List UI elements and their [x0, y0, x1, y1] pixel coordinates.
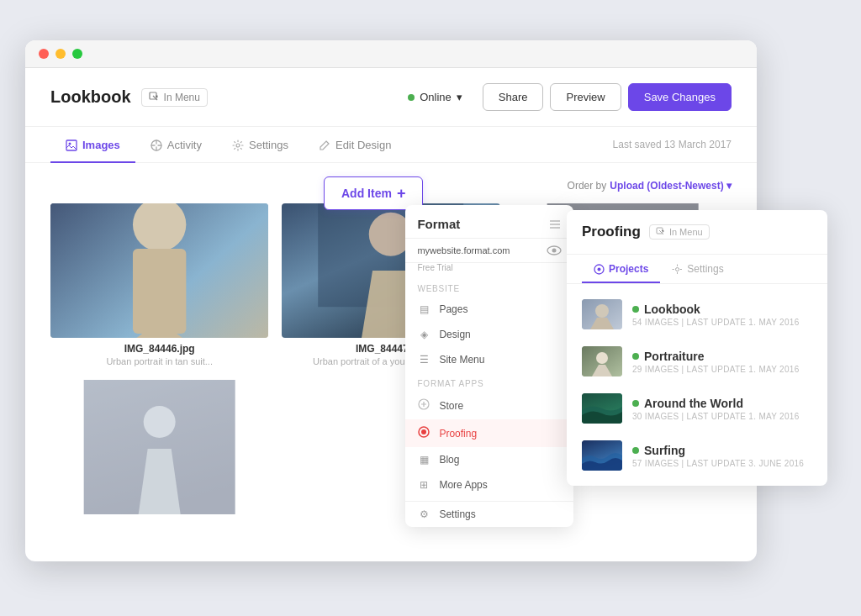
last-saved: Last saved 13 March 2017: [613, 139, 732, 150]
format-header: Format: [405, 205, 573, 239]
app-header: Lookbook In Menu Online ▾ Share Preview …: [25, 68, 757, 127]
tab-settings[interactable]: Settings: [217, 127, 304, 163]
project-meta-surfing: 57 IMAGES | LAST UPDATE 3. JUNE 2016: [632, 459, 812, 468]
project-dot-around-world: [632, 400, 639, 407]
format-trial: Free Trial: [405, 263, 573, 277]
apps-section-label: FORMAT APPS: [405, 372, 573, 392]
settings-icon: [232, 140, 244, 151]
svg-point-25: [598, 267, 601, 271]
format-pages[interactable]: ▤ Pages: [405, 297, 573, 322]
project-thumb-lookbook: [582, 299, 622, 329]
project-item-portraiture[interactable]: Portraiture 29 IMAGES | LAST UPDATE 1. M…: [567, 338, 827, 385]
image-thumb-1: [50, 203, 268, 338]
proofing-settings-icon: [672, 264, 683, 275]
format-design[interactable]: ◈ Design: [405, 322, 573, 347]
proofing-menu-icon: [656, 227, 666, 237]
design-icon: ◈: [417, 329, 430, 340]
svg-point-28: [595, 304, 609, 318]
svg-point-22: [421, 429, 426, 434]
status-online[interactable]: Online ▾: [408, 91, 462, 103]
svg-point-14: [144, 406, 176, 438]
tab-images[interactable]: Images: [50, 127, 135, 163]
tab-edit-design[interactable]: Edit Design: [304, 127, 406, 163]
person-silhouette-4: [50, 380, 268, 514]
dot-red[interactable]: [39, 49, 49, 59]
app-title: Lookbook: [50, 87, 131, 107]
images-icon: [66, 140, 77, 151]
format-site-menu[interactable]: ☰ Site Menu: [405, 347, 573, 372]
project-dot-lookbook: [632, 306, 639, 313]
window-titlebar: [25, 40, 757, 68]
format-store[interactable]: Store: [405, 392, 573, 419]
image-item-1[interactable]: IMG_84446.jpg Urban portrait in tan suit…: [50, 203, 268, 366]
project-item-surfing[interactable]: Surfing 57 IMAGES | LAST UPDATE 3. JUNE …: [567, 432, 827, 479]
svg-point-4: [236, 144, 240, 147]
project-name-portraiture: Portraiture: [632, 350, 812, 363]
order-by-select[interactable]: Upload (Oldest-Newest) ▾: [610, 180, 732, 192]
person-silhouette-1: [50, 203, 268, 338]
store-icon: [417, 398, 430, 413]
in-menu-badge[interactable]: In Menu: [141, 88, 208, 107]
image-subcap-1: Urban portrait in tan suit...: [50, 356, 268, 366]
project-item-around-world[interactable]: Around the World 30 IMAGES | LAST UPDATE…: [567, 385, 827, 432]
proofing-tab-settings[interactable]: Settings: [660, 255, 735, 283]
nav-tabs: Images Activity Settings Edit Design Las…: [25, 127, 757, 163]
online-dot: [408, 94, 415, 101]
share-icon: [149, 92, 160, 103]
project-thumb-aroundworld: [582, 393, 622, 424]
proofing-tab-projects[interactable]: Projects: [582, 255, 660, 283]
project-meta-portraiture: 29 IMAGES | LAST UPDATE 1. MAY 2016: [632, 365, 812, 374]
svg-point-19: [552, 249, 557, 253]
svg-point-26: [676, 267, 679, 271]
format-settings-icon: ⚙: [417, 508, 430, 520]
proofing-icon: [417, 426, 430, 440]
dot-yellow[interactable]: [55, 49, 66, 59]
format-title: Format: [417, 217, 460, 231]
project-name-lookbook: Lookbook: [632, 303, 812, 316]
dot-green[interactable]: [72, 49, 82, 59]
tab-activity[interactable]: Activity: [135, 127, 217, 163]
svg-point-2: [69, 142, 71, 145]
svg-point-30: [596, 352, 608, 364]
proofing-header: Proofing In Menu: [567, 210, 827, 255]
project-dot-portraiture: [632, 353, 639, 360]
project-info-surfing: Surfing 57 IMAGES | LAST UPDATE 3. JUNE …: [632, 444, 812, 468]
site-menu-icon: ☰: [417, 354, 430, 366]
save-changes-button[interactable]: Save Changes: [628, 83, 732, 111]
preview-button[interactable]: Preview: [550, 83, 621, 111]
eye-icon[interactable]: [547, 245, 562, 255]
proofing-in-menu[interactable]: In Menu: [649, 224, 710, 240]
image-item-4[interactable]: [50, 380, 268, 514]
pages-icon: ▤: [417, 303, 430, 315]
image-thumb-4: [50, 380, 268, 514]
format-proofing[interactable]: Proofing: [405, 419, 573, 447]
format-more-apps[interactable]: ⊞ More Apps: [405, 472, 573, 498]
project-list: Lookbook 54 IMAGES | LAST UPDATE 1. MAY …: [567, 284, 827, 486]
project-item-lookbook[interactable]: Lookbook 54 IMAGES | LAST UPDATE 1. MAY …: [567, 291, 827, 338]
website-section-label: WEBSITE: [405, 277, 573, 297]
image-caption-1: IMG_84446.jpg: [50, 343, 268, 355]
project-thumb-surfing: [582, 440, 622, 471]
project-thumb-portraiture: [582, 346, 622, 376]
project-info-portraiture: Portraiture 29 IMAGES | LAST UPDATE 1. M…: [632, 350, 812, 374]
svg-rect-1: [66, 140, 77, 150]
format-settings[interactable]: ⚙ Settings: [405, 502, 573, 527]
project-meta-around-world: 30 IMAGES | LAST UPDATE 1. MAY 2016: [632, 412, 812, 421]
project-info-lookbook: Lookbook 54 IMAGES | LAST UPDATE 1. MAY …: [632, 303, 812, 327]
project-name-around-world: Around the World: [632, 397, 812, 410]
proofing-panel: Proofing In Menu Projects Settings Lookb…: [567, 210, 827, 486]
format-panel: Format mywebsite.format.com Free Trial W…: [405, 205, 573, 527]
proofing-tabs: Projects Settings: [567, 255, 827, 284]
more-apps-icon: ⊞: [417, 479, 430, 491]
proofing-title: Proofing: [582, 224, 641, 240]
edit-design-icon: [319, 140, 330, 151]
format-blog[interactable]: ▦ Blog: [405, 447, 573, 472]
blog-icon: ▦: [417, 454, 430, 466]
project-name-surfing: Surfing: [632, 444, 812, 457]
project-dot-surfing: [632, 447, 639, 454]
projects-tab-icon: [594, 264, 605, 275]
share-button[interactable]: Share: [483, 83, 544, 111]
format-menu-icon[interactable]: [548, 218, 562, 231]
format-site-row: mywebsite.format.com: [405, 239, 573, 263]
project-info-around-world: Around the World 30 IMAGES | LAST UPDATE…: [632, 397, 812, 421]
